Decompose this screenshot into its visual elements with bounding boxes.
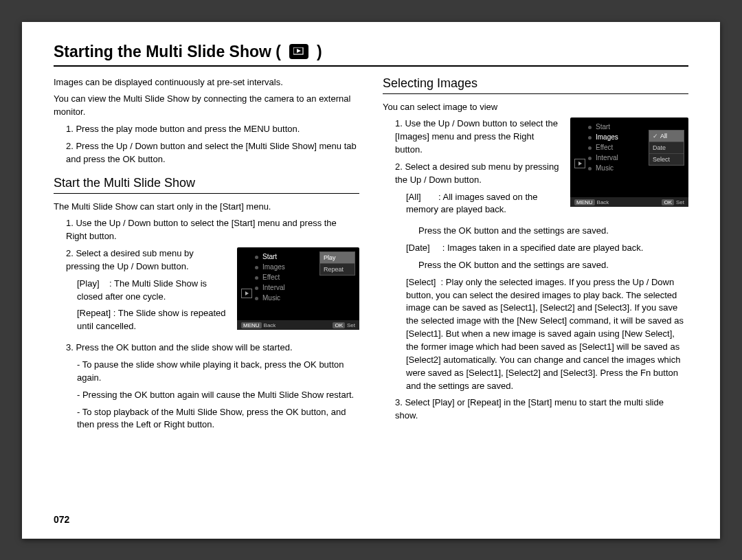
all-label: [All] bbox=[406, 192, 421, 202]
selecting-p1: You can select image to view bbox=[383, 101, 688, 114]
play-row: [Play] : The Multi Slide Show is closed … bbox=[54, 278, 227, 304]
date-row: [Date] : Images taken in a specified dat… bbox=[383, 242, 688, 255]
selecting-steps-text: 1. Use the Up / Down button to select th… bbox=[383, 117, 561, 221]
all-row: [All] : All images saved on the memory a… bbox=[383, 191, 561, 217]
lcd1-submenu: Play Repeat bbox=[319, 251, 355, 276]
date-desc1: : Images taken in a specified date are p… bbox=[442, 243, 644, 253]
selecting-step2: 2. Select a desired sub menu by pressing… bbox=[383, 161, 561, 187]
start-step2: 2. Select a desired sub menu by pressing… bbox=[54, 247, 227, 273]
lcd1-item: Music bbox=[255, 293, 359, 303]
lcd2-footer: MENUBack OKSet bbox=[570, 197, 688, 207]
start-heading: Start the Multi Slide Show bbox=[54, 176, 359, 190]
lcd2-sub-item: Date bbox=[649, 142, 684, 154]
intro-line1: Images can be displayed continuously at … bbox=[54, 76, 359, 89]
start-step2-row: 2. Select a desired sub menu by pressing… bbox=[54, 247, 359, 337]
start-step3: 3. Press the OK button and the slide sho… bbox=[54, 341, 359, 355]
lcd-screenshot-images: Start Images Effect Interval Music All D… bbox=[570, 117, 688, 207]
intro-step1: 1. Press the play mode button and press … bbox=[54, 123, 359, 136]
intro-step2: 2. Press the Up / Down button and select… bbox=[54, 140, 359, 166]
lcd1-sub-item: Play bbox=[320, 252, 355, 264]
page-number: 072 bbox=[54, 514, 69, 525]
lcd2-submenu: All Date Select bbox=[649, 130, 684, 166]
lcd2-sub-item: Select bbox=[649, 154, 684, 165]
slideshow-icon bbox=[289, 44, 308, 59]
manual-page: Starting the Multi Slide Show ( ) Images… bbox=[22, 22, 720, 539]
start-bullet2: - Pressing the OK button again will caus… bbox=[54, 389, 359, 402]
title-rule bbox=[54, 65, 688, 67]
lcd-play-icon bbox=[574, 159, 585, 168]
left-column: Images can be displayed continuously at … bbox=[54, 76, 359, 436]
start-step2-text: 2. Select a desired sub menu by pressing… bbox=[54, 247, 227, 337]
repeat-row: [Repeat] : The Slide show is repeated un… bbox=[54, 307, 227, 333]
selecting-rule bbox=[383, 93, 688, 94]
svg-marker-1 bbox=[297, 49, 301, 53]
select-desc: : Play only the selected images. If you … bbox=[406, 277, 684, 391]
start-p1: The Multi Slide Show can start only in t… bbox=[54, 201, 359, 214]
title-text: Starting the Multi Slide Show ( bbox=[54, 43, 281, 61]
date-desc2: Press the OK button and the settings are… bbox=[383, 259, 688, 272]
all-desc1: : All images saved on the memory are pla… bbox=[406, 192, 538, 215]
select-label: [Select] bbox=[406, 277, 436, 287]
lcd1-sub-item: Repeat bbox=[320, 264, 355, 275]
lcd1-item: Interval bbox=[255, 282, 359, 293]
selecting-step1: 1. Use the Up / Down button to select th… bbox=[383, 117, 561, 157]
lcd2-sub-item: All bbox=[649, 131, 684, 142]
start-rule bbox=[54, 193, 359, 194]
date-label: [Date] bbox=[406, 243, 430, 253]
selecting-step3: 3. Select [Play] or [Repeat] in the [Sta… bbox=[383, 396, 688, 423]
two-column-layout: Images can be displayed continuously at … bbox=[54, 76, 688, 436]
right-column: Selecting Images You can select image to… bbox=[383, 76, 688, 436]
start-bullet1: - To pause the slide show while playing … bbox=[54, 359, 359, 385]
play-label: [Play] bbox=[77, 278, 100, 289]
page-title: Starting the Multi Slide Show ( ) bbox=[54, 43, 688, 61]
selecting-steps-row: 1. Use the Up / Down button to select th… bbox=[383, 117, 688, 221]
lcd1-footer: MENUBack OKSet bbox=[237, 320, 359, 330]
repeat-label: [Repeat] bbox=[77, 308, 111, 318]
intro-line2: You can view the Multi Slide Show by con… bbox=[54, 93, 359, 119]
start-step1: 1. Use the Up / Down button to select th… bbox=[54, 217, 359, 243]
lcd-play-icon bbox=[241, 289, 252, 298]
lcd-screenshot-start: Start Images Effect Interval Music Play … bbox=[237, 247, 359, 330]
start-bullet3: - To stop playback of the Multi Slide Sh… bbox=[54, 406, 359, 432]
all-desc2: Press the OK button and the settings are… bbox=[383, 225, 688, 238]
select-row: [Select] : Play only the selected images… bbox=[383, 276, 688, 393]
selecting-heading: Selecting Images bbox=[383, 76, 688, 91]
title-suffix: ) bbox=[317, 43, 322, 61]
